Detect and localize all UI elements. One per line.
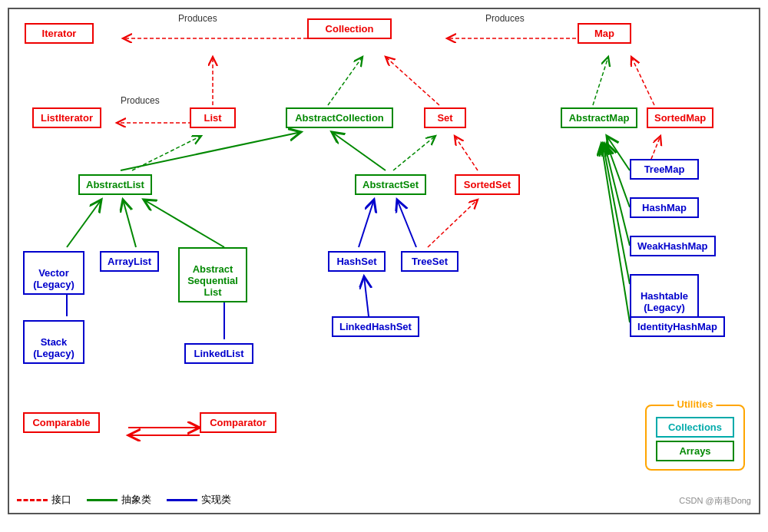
svg-line-19 — [397, 200, 416, 247]
utilities-title: Utilities — [674, 398, 717, 410]
hash-set-node: HashSet — [328, 251, 386, 272]
svg-line-6 — [593, 57, 608, 105]
produces-label-1: Produces — [178, 13, 217, 24]
sorted-set-node: SortedSet — [455, 174, 520, 195]
svg-line-25 — [604, 144, 630, 246]
svg-line-21 — [364, 276, 369, 316]
linked-list-node: LinkedList — [184, 343, 253, 364]
svg-line-20 — [428, 200, 478, 247]
collections-node: Collections — [656, 417, 734, 438]
svg-line-18 — [359, 200, 374, 247]
tree-set-node: TreeSet — [401, 251, 458, 272]
vector-node: Vector(Legacy) — [23, 251, 84, 295]
list-node: List — [190, 107, 236, 128]
map-node: Map — [578, 23, 631, 44]
svg-line-27 — [601, 144, 630, 322]
arrays-node: Arrays — [656, 441, 734, 461]
abstract-sequential-list-node: AbstractSequentialList — [178, 247, 247, 302]
sorted-map-node: SortedMap — [647, 107, 713, 128]
legend-interface: 接口 — [17, 493, 71, 507]
comparator-node: Comparator — [200, 412, 276, 433]
svg-line-5 — [328, 57, 362, 105]
svg-line-26 — [603, 144, 630, 284]
svg-line-4 — [386, 57, 439, 105]
set-node: Set — [424, 107, 466, 128]
hash-map-node: HashMap — [630, 197, 699, 218]
collection-node: Collection — [307, 18, 392, 39]
hashtable-node: Hashtable(Legacy) — [630, 274, 699, 318]
svg-line-12 — [455, 136, 478, 170]
abstract-list-node: AbstractList — [78, 174, 152, 195]
svg-line-13 — [67, 200, 101, 247]
legend-green-line — [87, 499, 118, 501]
legend-blue-line — [167, 499, 197, 501]
identity-hash-map-node: IdentityHashMap — [630, 316, 725, 337]
svg-line-7 — [631, 57, 654, 105]
svg-line-14 — [123, 200, 136, 247]
legend-abstract: 抽象类 — [87, 493, 151, 507]
legend-red-line — [17, 499, 48, 501]
svg-line-9 — [332, 132, 386, 170]
iterator-node: Iterator — [25, 23, 94, 44]
produces-label-2: Produces — [485, 13, 525, 24]
comparable-node: Comparable — [23, 412, 100, 433]
svg-line-15 — [144, 200, 224, 247]
watermark: CSDN @南巷Dong — [679, 495, 751, 507]
weak-hash-map-node: WeakHashMap — [630, 236, 716, 256]
array-list-node: ArrayList — [100, 251, 159, 272]
tree-map-node: TreeMap — [630, 159, 699, 180]
abstract-collection-node: AbstractCollection — [286, 107, 393, 128]
abstract-map-node: AbstractMap — [561, 107, 637, 128]
svg-line-11 — [393, 136, 435, 170]
stack-node: Stack(Legacy) — [23, 320, 84, 364]
linked-hash-set-node: LinkedHashSet — [332, 316, 419, 337]
svg-line-10 — [132, 136, 201, 170]
abstract-set-node: AbstractSet — [355, 174, 426, 195]
legend-implementation: 实现类 — [167, 493, 231, 507]
produces-label-3: Produces — [121, 95, 160, 106]
diagram-container: Iterator Collection Map Produces Produce… — [8, 8, 760, 514]
list-iterator-node: ListIterator — [32, 107, 101, 128]
svg-line-8 — [121, 132, 301, 170]
utilities-box: Utilities Collections Arrays — [645, 405, 745, 471]
svg-line-22 — [607, 136, 630, 170]
legend: 接口 抽象类 实现类 — [17, 493, 231, 507]
svg-line-24 — [607, 144, 630, 207]
